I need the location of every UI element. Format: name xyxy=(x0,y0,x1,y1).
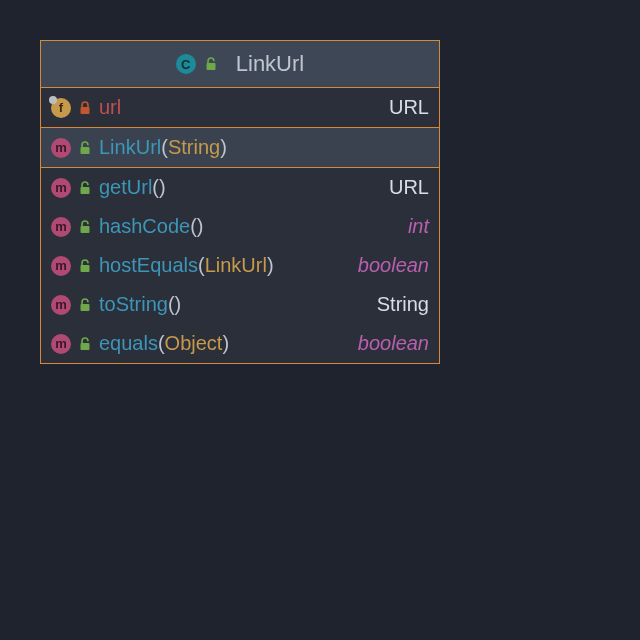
return-type: boolean xyxy=(358,332,429,355)
svg-rect-0 xyxy=(206,63,215,70)
method-icon: m xyxy=(51,217,71,237)
method-name: getUrl() xyxy=(99,176,166,199)
constructor-name: LinkUrl(String) xyxy=(99,136,227,159)
svg-rect-5 xyxy=(81,265,90,272)
method-row[interactable]: mgetUrl()URL xyxy=(41,168,439,207)
class-header[interactable]: C LinkUrl xyxy=(41,41,439,88)
svg-rect-7 xyxy=(81,343,90,350)
method-row[interactable]: mhostEquals(LinkUrl)boolean xyxy=(41,246,439,285)
unlock-icon xyxy=(78,220,92,234)
return-type: int xyxy=(408,215,429,238)
ctor-params: String xyxy=(168,136,220,158)
fields-section: f url URL xyxy=(41,88,439,128)
method-icon: m xyxy=(51,178,71,198)
svg-rect-2 xyxy=(81,147,90,154)
method-row[interactable]: mtoString()String xyxy=(41,285,439,324)
method-icon: m xyxy=(51,295,71,315)
method-name: equals(Object) xyxy=(99,332,229,355)
field-row[interactable]: f url URL xyxy=(41,88,439,127)
svg-rect-3 xyxy=(81,187,90,194)
unlock-icon xyxy=(204,57,218,71)
return-type: boolean xyxy=(358,254,429,277)
unlock-icon xyxy=(78,337,92,351)
unlock-icon xyxy=(78,141,92,155)
return-type: URL xyxy=(389,176,429,199)
method-row[interactable]: mhashCode()int xyxy=(41,207,439,246)
constructors-section: m LinkUrl(String) xyxy=(41,128,439,168)
ctor-label: LinkUrl xyxy=(99,136,161,158)
method-row[interactable]: mequals(Object)boolean xyxy=(41,324,439,363)
class-diagram: C LinkUrl f url URL m LinkUrl(String) mg… xyxy=(40,40,440,364)
constructor-row[interactable]: m LinkUrl(String) xyxy=(41,128,439,167)
unlock-icon xyxy=(78,259,92,273)
class-icon: C xyxy=(176,54,196,74)
methods-section: mgetUrl()URLmhashCode()intmhostEquals(Li… xyxy=(41,168,439,363)
svg-rect-1 xyxy=(81,107,90,114)
lock-icon xyxy=(78,101,92,115)
method-icon: m xyxy=(51,334,71,354)
svg-rect-4 xyxy=(81,226,90,233)
class-name: LinkUrl xyxy=(236,51,304,77)
field-icon: f xyxy=(51,98,71,118)
method-name: toString() xyxy=(99,293,181,316)
return-type: String xyxy=(377,293,429,316)
unlock-icon xyxy=(78,298,92,312)
method-icon: m xyxy=(51,256,71,276)
method-name: hashCode() xyxy=(99,215,204,238)
method-icon: m xyxy=(51,138,71,158)
field-type: URL xyxy=(389,96,429,119)
svg-rect-6 xyxy=(81,304,90,311)
unlock-icon xyxy=(78,181,92,195)
field-name: url xyxy=(99,96,121,119)
method-name: hostEquals(LinkUrl) xyxy=(99,254,274,277)
